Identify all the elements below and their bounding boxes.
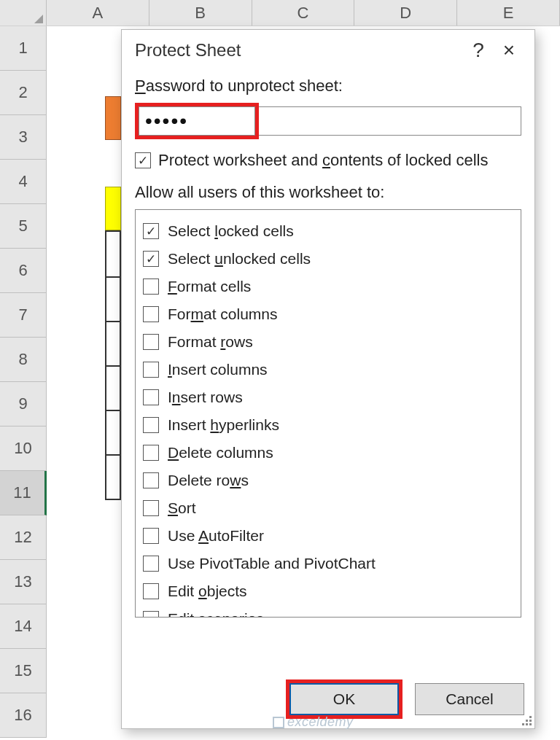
permission-label: Use AutoFilter bbox=[168, 527, 264, 545]
col-head[interactable]: C bbox=[252, 0, 355, 26]
help-icon[interactable]: ? bbox=[463, 39, 494, 62]
permission-label: Format rows bbox=[168, 333, 253, 351]
permission-checkbox[interactable] bbox=[143, 472, 159, 488]
cell-fill-orange bbox=[105, 96, 121, 140]
permission-label: Select unlocked cells bbox=[168, 250, 311, 268]
col-head[interactable]: A bbox=[47, 0, 149, 26]
permission-checkbox[interactable] bbox=[143, 417, 159, 433]
cancel-button[interactable]: Cancel bbox=[415, 683, 524, 715]
permission-label: Format cells bbox=[168, 278, 251, 295]
password-highlight bbox=[135, 103, 259, 139]
row-head[interactable]: 1 bbox=[0, 26, 47, 71]
row-head[interactable]: 2 bbox=[0, 71, 47, 115]
close-icon[interactable]: × bbox=[494, 39, 524, 62]
row-head[interactable]: 3 bbox=[0, 115, 47, 160]
row-head[interactable]: 13 bbox=[0, 560, 47, 604]
permission-label: Edit scenarios bbox=[168, 610, 264, 618]
allow-label: Allow all users of this worksheet to: bbox=[135, 183, 521, 202]
permission-label: Select locked cells bbox=[168, 222, 294, 240]
watermark-icon bbox=[273, 717, 284, 728]
permission-label: Edit objects bbox=[168, 583, 247, 600]
permission-checkbox[interactable] bbox=[143, 306, 159, 322]
permission-item[interactable]: Edit objects bbox=[143, 577, 515, 605]
permission-checkbox[interactable] bbox=[143, 500, 159, 516]
row-head[interactable]: 8 bbox=[0, 338, 47, 382]
permission-checkbox[interactable] bbox=[143, 445, 159, 461]
row-headers: 1 2 3 4 5 6 7 8 9 10 11 12 13 14 15 16 bbox=[0, 26, 47, 738]
permission-checkbox[interactable]: ✓ bbox=[143, 223, 159, 239]
row-head[interactable]: 14 bbox=[0, 604, 47, 649]
row-head[interactable]: 6 bbox=[0, 249, 47, 293]
password-input[interactable] bbox=[139, 106, 255, 136]
dialog-titlebar[interactable]: Protect Sheet ? × bbox=[122, 30, 534, 71]
permission-label: Insert hyperlinks bbox=[168, 416, 279, 434]
row-head[interactable]: 12 bbox=[0, 515, 47, 560]
password-input-tail[interactable] bbox=[259, 106, 521, 136]
permission-item[interactable]: Use AutoFilter bbox=[143, 522, 515, 550]
protect-label: Protect worksheet and contents of locked… bbox=[158, 151, 488, 170]
permission-item[interactable]: Delete rows bbox=[143, 467, 515, 494]
permission-checkbox[interactable] bbox=[143, 583, 159, 599]
permission-item[interactable]: Format rows bbox=[143, 328, 515, 356]
permission-item[interactable]: Sort bbox=[143, 494, 515, 522]
permission-item[interactable]: Format cells bbox=[143, 273, 515, 300]
col-head[interactable]: E bbox=[457, 0, 560, 26]
row-head[interactable]: 10 bbox=[0, 427, 47, 471]
permission-item[interactable]: ✓Select locked cells bbox=[143, 217, 515, 245]
permission-label: Insert rows bbox=[168, 389, 243, 406]
row-head[interactable]: 11 bbox=[0, 471, 47, 515]
permission-item[interactable]: Use PivotTable and PivotChart bbox=[143, 550, 515, 577]
row-head[interactable]: 16 bbox=[0, 693, 47, 738]
row-head[interactable]: 7 bbox=[0, 293, 47, 338]
permission-item[interactable]: Format columns bbox=[143, 300, 515, 328]
permission-checkbox[interactable]: ✓ bbox=[143, 251, 159, 267]
ok-button[interactable]: OK bbox=[289, 683, 399, 715]
table-border bbox=[105, 230, 121, 500]
permission-label: Delete columns bbox=[168, 444, 273, 461]
permission-label: Delete rows bbox=[168, 472, 249, 489]
watermark: exceldemy bbox=[273, 714, 354, 730]
permission-item[interactable]: Delete columns bbox=[143, 439, 515, 467]
permission-item[interactable]: Insert rows bbox=[143, 383, 515, 411]
resize-grip-icon[interactable] bbox=[520, 714, 532, 725]
permission-checkbox[interactable] bbox=[143, 528, 159, 544]
permissions-list[interactable]: ✓Select locked cells✓Select unlocked cel… bbox=[135, 209, 521, 618]
col-head[interactable]: B bbox=[149, 0, 252, 26]
permission-checkbox[interactable] bbox=[143, 362, 159, 378]
row-head[interactable]: 5 bbox=[0, 204, 47, 249]
permission-item[interactable]: Insert hyperlinks bbox=[143, 411, 515, 439]
permission-item[interactable]: ✓Select unlocked cells bbox=[143, 245, 515, 273]
protect-sheet-dialog: Protect Sheet ? × Password to unprotect … bbox=[121, 29, 535, 729]
permission-label: Use PivotTable and PivotChart bbox=[168, 555, 376, 572]
password-label: Password to unprotect sheet: bbox=[135, 77, 521, 96]
permission-label: Insert columns bbox=[168, 361, 268, 378]
permission-label: Format columns bbox=[168, 305, 278, 323]
permission-item[interactable]: Edit scenarios bbox=[143, 605, 515, 618]
protect-checkbox[interactable]: ✓ bbox=[135, 152, 151, 168]
permission-checkbox[interactable] bbox=[143, 389, 159, 405]
permission-label: Sort bbox=[168, 499, 196, 517]
row-head[interactable]: 9 bbox=[0, 382, 47, 427]
row-head[interactable]: 4 bbox=[0, 160, 47, 204]
col-head[interactable]: D bbox=[354, 0, 457, 26]
permission-checkbox[interactable] bbox=[143, 611, 159, 618]
column-headers: A B C D E bbox=[0, 0, 560, 26]
permission-checkbox[interactable] bbox=[143, 556, 159, 572]
permission-item[interactable]: Insert columns bbox=[143, 356, 515, 383]
select-all-triangle[interactable] bbox=[0, 0, 47, 26]
permission-checkbox[interactable] bbox=[143, 279, 159, 295]
cell-fill-yellow bbox=[105, 187, 121, 230]
row-head[interactable]: 15 bbox=[0, 649, 47, 693]
permission-checkbox[interactable] bbox=[143, 334, 159, 350]
dialog-title: Protect Sheet bbox=[135, 40, 463, 61]
